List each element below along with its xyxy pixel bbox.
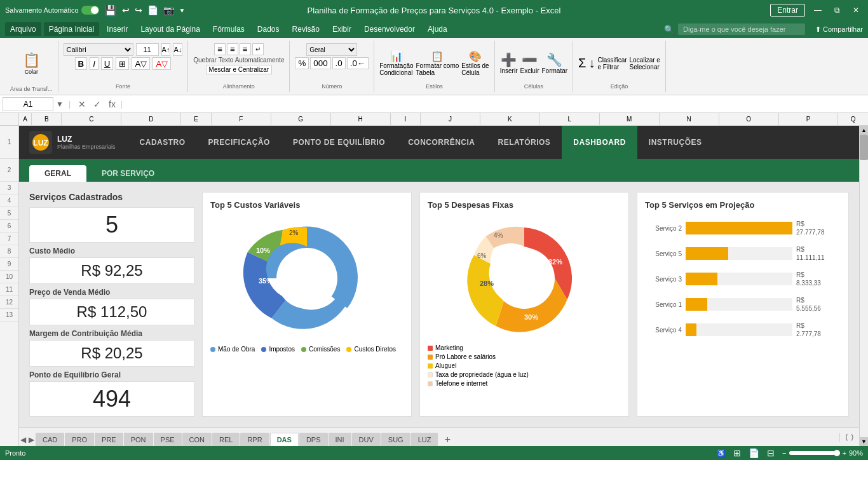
- menu-dados[interactable]: Dados: [252, 22, 285, 36]
- merge-btn[interactable]: Mesclar e Centralizar: [206, 65, 272, 74]
- col-header-a[interactable]: A: [19, 113, 32, 125]
- font-size-input[interactable]: [136, 43, 159, 56]
- font-name-select[interactable]: Calibri: [64, 43, 133, 56]
- sheet-tab-luz[interactable]: LUZ: [411, 433, 438, 447]
- formula-input[interactable]: [125, 100, 865, 109]
- confirm-formula-btn[interactable]: ✓: [91, 99, 104, 109]
- sub-tab-por-servico[interactable]: POR SERVIÇO: [86, 165, 170, 182]
- view-layout-btn[interactable]: 📄: [749, 448, 759, 458]
- close-icon[interactable]: ✕: [849, 6, 863, 15]
- percent-btn[interactable]: %: [295, 57, 309, 69]
- search-input[interactable]: [678, 24, 805, 35]
- insert-cells-btn[interactable]: ➕Inserir: [500, 52, 518, 74]
- delete-cells-btn[interactable]: ➖Excluir: [520, 52, 539, 74]
- menu-arquivo[interactable]: Arquivo: [5, 22, 41, 36]
- custom-toolbar-arrow[interactable]: ▼: [179, 7, 186, 14]
- menu-formulas[interactable]: Fórmulas: [208, 22, 250, 36]
- name-box[interactable]: A1: [3, 97, 53, 111]
- auto-save-toggle[interactable]: [81, 6, 99, 15]
- entrar-button[interactable]: Entrar: [770, 4, 805, 17]
- nav-dashboard[interactable]: DASHBOARD: [562, 126, 637, 159]
- zoom-in-btn[interactable]: +: [843, 449, 846, 457]
- formula-expand-icon[interactable]: ▼: [56, 100, 64, 109]
- col-header-o[interactable]: O: [719, 113, 779, 125]
- scroll-left-btn[interactable]: ⟨: [845, 433, 848, 442]
- col-header-l[interactable]: L: [540, 113, 600, 125]
- vertical-scrollbar[interactable]: ▲ ▼: [859, 126, 868, 446]
- menu-inserir[interactable]: Inserir: [102, 22, 133, 36]
- nav-concorrencia[interactable]: CONCORRÊNCIA: [397, 126, 486, 159]
- align-left-btn[interactable]: ≡: [214, 43, 226, 55]
- col-header-i[interactable]: I: [391, 113, 421, 125]
- fill-btn[interactable]: ↓: [588, 56, 595, 71]
- menu-ajuda[interactable]: Ajuda: [423, 22, 452, 36]
- tab-scroll-right[interactable]: ▶: [27, 433, 36, 447]
- wrap-text-btn[interactable]: ↵: [252, 43, 264, 55]
- autosum-btn[interactable]: Σ: [578, 56, 586, 71]
- sheet-tab-pre[interactable]: PRE: [95, 433, 123, 447]
- comma-btn[interactable]: 000: [310, 57, 330, 69]
- col-header-n[interactable]: N: [660, 113, 719, 125]
- number-format-select[interactable]: Geral: [306, 43, 357, 56]
- col-header-c[interactable]: C: [62, 113, 121, 125]
- minimize-icon[interactable]: —: [810, 6, 825, 15]
- insert-function-btn[interactable]: fx: [106, 99, 118, 109]
- tab-scroll-left[interactable]: ◀: [19, 433, 27, 447]
- nav-instrucoes[interactable]: INSTRUÇÕES: [637, 126, 714, 159]
- border-btn[interactable]: ⊞: [116, 57, 129, 70]
- quick-save-icon[interactable]: 📄: [147, 5, 158, 15]
- underline-btn[interactable]: U: [101, 57, 114, 70]
- restore-icon[interactable]: ⧉: [831, 6, 844, 15]
- nav-ponto-equilibrio[interactable]: PONTO DE EQUILÍBRIO: [281, 126, 397, 159]
- sort-filter-btn[interactable]: Classificare Filtrar: [597, 57, 627, 71]
- share-button[interactable]: ⬆ Compartilhar: [815, 25, 863, 34]
- col-header-b[interactable]: B: [32, 113, 62, 125]
- col-header-p[interactable]: P: [779, 113, 839, 125]
- align-right-btn[interactable]: ≡: [240, 43, 251, 55]
- col-header-k[interactable]: K: [480, 113, 540, 125]
- camera-icon[interactable]: 📷: [163, 5, 174, 15]
- view-page-break-btn[interactable]: ⊟: [767, 448, 775, 458]
- decrease-decimal-btn[interactable]: .0←: [347, 57, 369, 69]
- add-sheet-btn[interactable]: +: [440, 433, 454, 447]
- align-center-btn[interactable]: ≡: [227, 43, 238, 55]
- menu-revisao[interactable]: Revisão: [287, 22, 325, 36]
- format-cells-btn[interactable]: 🔧Formatar: [541, 52, 567, 74]
- font-shrink-btn[interactable]: A↓: [173, 43, 182, 56]
- col-header-e[interactable]: E: [181, 113, 211, 125]
- font-color-btn[interactable]: A▽: [153, 57, 171, 70]
- cell-styles-btn[interactable]: 🎨Estilos deCélula: [461, 50, 489, 76]
- col-header-f[interactable]: F: [212, 113, 271, 125]
- sheet-tab-duv[interactable]: DUV: [352, 433, 381, 447]
- col-header-q[interactable]: Q: [838, 113, 867, 125]
- col-header-d[interactable]: D: [121, 113, 181, 125]
- menu-desenvolvedor[interactable]: Desenvolvedor: [359, 22, 420, 36]
- sheet-tab-sug[interactable]: SUG: [381, 433, 410, 447]
- italic-btn[interactable]: I: [90, 57, 98, 70]
- nav-relatorios[interactable]: RELATÓRIOS: [487, 126, 562, 159]
- sheet-tab-pro[interactable]: PRO: [65, 433, 94, 447]
- col-header-g[interactable]: G: [271, 113, 331, 125]
- sub-tab-geral[interactable]: GERAL: [29, 165, 86, 182]
- col-header-j[interactable]: J: [421, 113, 480, 125]
- sheet-tab-pse[interactable]: PSE: [154, 433, 182, 447]
- scroll-thumb[interactable]: [860, 135, 868, 160]
- undo-icon[interactable]: ↩: [122, 5, 130, 15]
- conditional-format-btn[interactable]: 📊FormataçãoCondicional: [379, 50, 413, 76]
- increase-decimal-btn[interactable]: .0: [332, 57, 346, 69]
- sheet-tab-con[interactable]: CON: [182, 433, 212, 447]
- menu-exibir[interactable]: Exibir: [327, 22, 356, 36]
- format-table-btn[interactable]: 📋Formatar comoTabela: [416, 50, 459, 76]
- paste-button[interactable]: 📋 Colar: [19, 50, 44, 78]
- accessibility-icon[interactable]: ♿: [717, 449, 726, 458]
- find-select-btn[interactable]: Localizar eSelecionar: [630, 57, 660, 71]
- fill-color-btn[interactable]: A▽: [132, 57, 150, 70]
- save-icon[interactable]: 💾: [104, 4, 117, 17]
- font-grow-btn[interactable]: A↑: [161, 43, 171, 56]
- nav-precificacao[interactable]: PRECIFICAÇÃO: [197, 126, 281, 159]
- sheet-tab-pon[interactable]: PON: [124, 433, 153, 447]
- redo-icon[interactable]: ↪: [135, 5, 142, 15]
- scroll-up-btn[interactable]: ▲: [860, 126, 869, 135]
- sheet-tab-cad[interactable]: CAD: [36, 433, 64, 447]
- sheet-tab-ini[interactable]: INI: [329, 433, 351, 447]
